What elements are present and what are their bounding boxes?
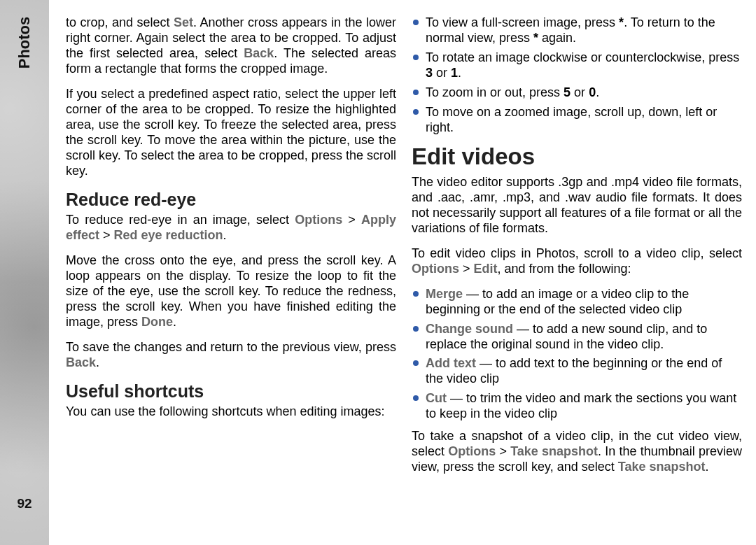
key-0: 0 — [589, 85, 596, 99]
reduce-redeye-heading: Reduce red-eye — [66, 189, 396, 211]
set-key: Set — [174, 15, 193, 29]
list-item: Cut — to trim the video and mark the sec… — [412, 391, 742, 422]
crop-paragraph: to crop, and select Set. Another cross a… — [66, 15, 396, 77]
back-key: Back — [244, 46, 274, 60]
shortcuts-intro-paragraph: You can use the following shortcuts when… — [66, 404, 396, 420]
merge-key: Merge — [426, 287, 463, 301]
page-number: 92 — [17, 496, 31, 511]
list-item: Add text — to add text to the beginning … — [412, 356, 742, 387]
options-key: Options — [295, 213, 342, 227]
list-item: Merge — to add an image or a video clip … — [412, 287, 742, 318]
formats-paragraph: The video editor supports .3gp and .mp4 … — [412, 175, 742, 236]
snapshot-paragraph: To take a snapshot of a video clip, in t… — [412, 429, 742, 475]
list-item: Change sound — to add a new sound clip, … — [412, 322, 742, 353]
list-item: To zoom in or out, press 5 or 0. — [412, 85, 742, 101]
done-key: Done — [141, 315, 173, 329]
options-key: Options — [412, 262, 459, 276]
key-3: 3 — [426, 66, 433, 80]
shortcuts-list: To view a full-screen image, press *. To… — [412, 15, 742, 136]
list-item: To move on a zoomed image, scroll up, do… — [412, 105, 742, 136]
side-tab: Photos 92 — [0, 0, 49, 545]
redeye-steps-paragraph: Move the cross onto the eye, and press t… — [66, 253, 396, 330]
options-key: Options — [448, 444, 496, 458]
redeye-path-paragraph: To reduce red-eye in an image, select Op… — [66, 213, 396, 243]
save-paragraph: To save the changes and return to the pr… — [66, 340, 396, 371]
take-snapshot-key: Take snapshot — [510, 444, 598, 458]
edit-clips-paragraph: To edit video clips in Photos, scroll to… — [412, 246, 742, 277]
back-key-2: Back — [66, 355, 96, 369]
add-text-key: Add text — [426, 356, 476, 370]
aspect-paragraph: If you select a predefined aspect ratio,… — [66, 87, 396, 179]
take-snapshot-key-2: Take snapshot — [618, 460, 706, 474]
edit-options-list: Merge — to add an image or a video clip … — [412, 287, 742, 423]
useful-shortcuts-heading: Useful shortcuts — [66, 381, 396, 402]
cut-key: Cut — [426, 391, 447, 405]
change-sound-key: Change sound — [426, 322, 513, 336]
manual-page: Photos 92 to crop, and select Set. Anoth… — [0, 0, 756, 545]
red-eye-reduction-key: Red eye reduction — [114, 228, 223, 242]
list-item: To rotate an image clockwise or counterc… — [412, 50, 742, 81]
key-1: 1 — [451, 66, 458, 80]
edit-key: Edit — [474, 262, 498, 276]
key-5: 5 — [564, 85, 570, 99]
body-text: to crop, and select Set. Another cross a… — [49, 0, 756, 545]
section-label: Photos — [15, 17, 34, 69]
edit-videos-heading: Edit videos — [412, 143, 742, 171]
list-item: To view a full-screen image, press *. To… — [412, 15, 742, 46]
